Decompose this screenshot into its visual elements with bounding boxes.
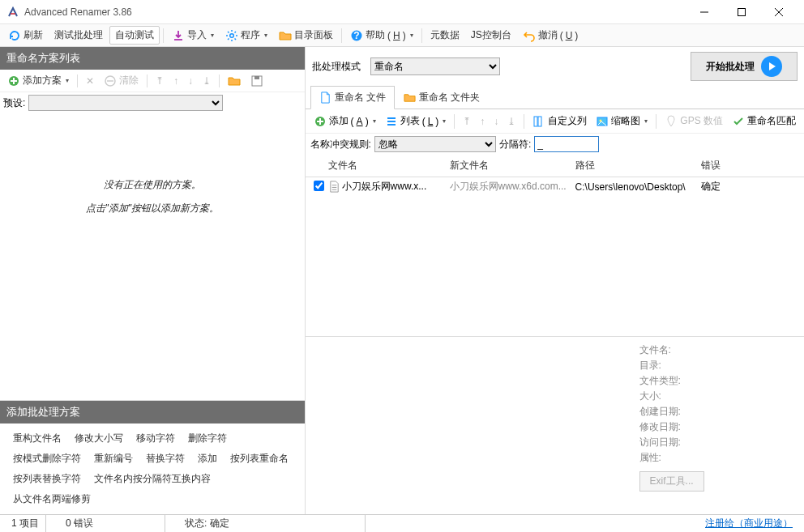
gps-button[interactable]: GPS 数值: [661, 113, 726, 130]
maximize-button[interactable]: [723, 0, 760, 24]
check-icon: [732, 115, 745, 128]
method-3[interactable]: 删除字符: [182, 428, 233, 449]
conflict-select[interactable]: 忽略: [374, 136, 496, 152]
clear-methods-button[interactable]: 清除: [100, 72, 143, 89]
metadata-button[interactable]: 元数据: [426, 27, 464, 44]
exif-tool-button[interactable]: Exif工具...: [639, 471, 704, 492]
preset-select[interactable]: [28, 95, 223, 111]
register-link[interactable]: 注册给（商业用途）: [699, 517, 799, 530]
info-created: 创建日期:: [639, 405, 794, 419]
plus-icon: [7, 74, 20, 87]
play-icon: [761, 56, 782, 77]
folder-icon: [228, 74, 241, 87]
status-state: 状态: 确定: [178, 517, 365, 530]
test-batch-button[interactable]: 测试批处理: [49, 27, 108, 44]
folder-icon: [404, 92, 416, 104]
tab-rename-folders[interactable]: 重命名 文件夹: [395, 86, 489, 109]
sort-up-button[interactable]: ↑: [477, 114, 488, 129]
delimiter-input[interactable]: [534, 136, 599, 152]
save-icon: [250, 74, 263, 87]
method-1[interactable]: 修改大小写: [68, 428, 130, 449]
start-batch-button[interactable]: 开始批处理: [691, 52, 798, 81]
delimiter-label: 分隔符:: [499, 138, 531, 151]
methods-header: 重命名方案列表: [0, 47, 305, 70]
method-9[interactable]: 按列表替换字符: [6, 469, 88, 489]
col-error[interactable]: 错误: [698, 157, 746, 174]
conflict-label: 名称冲突规则:: [310, 138, 371, 151]
info-attrs: 属性:: [639, 451, 794, 465]
method-8[interactable]: 按列表重命名: [224, 449, 295, 469]
close-button[interactable]: [760, 0, 798, 24]
status-items: 1 项目: [5, 517, 45, 530]
method-2[interactable]: 移动字符: [130, 428, 182, 449]
add-method-header: 添加批处理方案: [0, 401, 305, 423]
sort-top-button[interactable]: ⤒: [460, 114, 474, 129]
method-10[interactable]: 文件名内按分隔符互换内容: [88, 469, 217, 489]
refresh-icon: [8, 29, 21, 42]
dir-panel-button[interactable]: 目录面板: [274, 27, 338, 44]
remove-method-button[interactable]: ✕: [82, 74, 98, 88]
program-button[interactable]: 程序▾: [220, 27, 272, 44]
batch-mode-select[interactable]: 重命名: [370, 57, 500, 75]
move-bottom-button[interactable]: ⤓: [199, 74, 215, 88]
svg-rect-16: [534, 117, 537, 126]
help-button[interactable]: ? 帮助 (H)▾: [345, 27, 418, 44]
preset-label: 预设:: [3, 96, 25, 110]
document-icon: [328, 181, 340, 193]
method-4[interactable]: 按模式删除字符: [6, 449, 88, 469]
help-icon: ?: [350, 29, 363, 42]
col-filename[interactable]: 文件名: [325, 157, 447, 174]
col-newname[interactable]: 新文件名: [447, 157, 572, 174]
move-top-button[interactable]: ⤒: [152, 74, 168, 88]
file-icon: [319, 92, 331, 104]
columns-icon: [532, 115, 545, 128]
svg-point-4: [230, 33, 234, 37]
window-title: Advanced Renamer 3.86: [24, 6, 686, 18]
clear-icon: [104, 74, 117, 87]
folder-icon: [279, 29, 292, 42]
col-path[interactable]: 路径: [572, 157, 698, 174]
tab-rename-files[interactable]: 重命名 文件: [310, 86, 395, 109]
svg-rect-11: [254, 76, 259, 79]
table-row[interactable]: 小刀娱乐网www.x... 小刀娱乐网www.x6d.com... C:\Use…: [306, 177, 804, 196]
undo-icon: [523, 29, 536, 42]
list-menu-button[interactable]: 列表 (L)▾: [382, 113, 450, 130]
auto-test-button[interactable]: 自动测试: [109, 26, 160, 45]
gear-icon: [225, 29, 238, 42]
batch-mode-label: 批处理模式: [312, 60, 361, 74]
empty-msg-1: 没有正在使用的方案。: [104, 178, 201, 192]
thumbnails-button[interactable]: 缩略图▾: [592, 113, 651, 130]
image-icon: [596, 115, 609, 128]
rename-match-button[interactable]: 重命名匹配: [729, 113, 799, 130]
move-up-button[interactable]: ↑: [169, 74, 182, 88]
sort-bottom-button[interactable]: ⤓: [504, 114, 519, 129]
empty-msg-2: 点击"添加"按钮以添加新方案。: [86, 202, 220, 215]
method-7[interactable]: 添加: [191, 449, 224, 469]
refresh-button[interactable]: 刷新: [3, 27, 48, 44]
info-modified: 修改日期:: [639, 420, 794, 434]
status-errors: 0 错误: [59, 517, 165, 530]
js-console-button[interactable]: JS控制台: [466, 27, 516, 44]
row-checkbox[interactable]: [314, 181, 324, 191]
plus-icon: [314, 115, 327, 128]
sort-down-button[interactable]: ↓: [490, 114, 502, 129]
import-icon: [172, 29, 185, 42]
list-icon: [385, 115, 398, 128]
add-files-button[interactable]: 添加 (A)▾: [310, 113, 379, 130]
info-size: 大小:: [639, 389, 794, 403]
svg-text:?: ?: [353, 30, 359, 41]
import-button[interactable]: 导入▾: [167, 27, 219, 44]
add-method-button[interactable]: 添加方案▾: [3, 72, 73, 89]
undo-button[interactable]: 撤消 (U): [518, 27, 584, 44]
info-filename: 文件名:: [639, 343, 794, 357]
move-down-button[interactable]: ↓: [184, 74, 197, 88]
method-11[interactable]: 从文件名两端修剪: [6, 489, 97, 509]
method-5[interactable]: 重新编号: [88, 449, 139, 469]
method-6[interactable]: 替换字符: [139, 449, 191, 469]
svg-rect-17: [538, 117, 541, 126]
custom-columns-button[interactable]: 自定义列: [529, 113, 590, 130]
minimize-button[interactable]: [686, 0, 723, 24]
method-0[interactable]: 重构文件名: [6, 428, 68, 449]
open-methods-button[interactable]: [224, 73, 245, 89]
save-methods-button[interactable]: [246, 73, 267, 89]
